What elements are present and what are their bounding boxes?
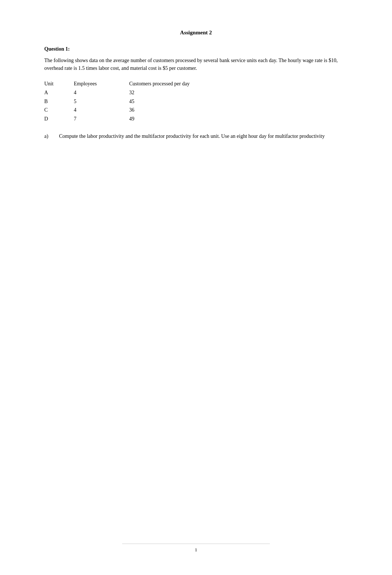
question-heading: Question 1: xyxy=(44,46,348,52)
sub-question-a: a) Compute the labor productivity and th… xyxy=(44,132,348,140)
col-unit-header: Unit xyxy=(44,79,74,88)
table-row: C 4 36 xyxy=(44,106,348,115)
col-employees-header: Employees xyxy=(74,79,129,88)
question-body: The following shows data on the average … xyxy=(44,57,348,72)
page-number: 1 xyxy=(195,547,197,553)
cell-unit-b: B xyxy=(44,97,74,106)
cell-employees-b: 5 xyxy=(74,97,129,106)
table-header-row: Unit Employees Customers processed per d… xyxy=(44,79,348,88)
cell-employees-a: 4 xyxy=(74,88,129,97)
cell-customers-c: 36 xyxy=(129,106,240,115)
cell-customers-b: 45 xyxy=(129,97,240,106)
cell-unit-d: D xyxy=(44,115,74,123)
cell-unit-c: C xyxy=(44,106,74,115)
footer-line xyxy=(122,544,270,544)
cell-unit-a: A xyxy=(44,88,74,97)
page-footer: 1 xyxy=(0,544,392,553)
page-title: Assignment 2 xyxy=(44,30,348,36)
cell-employees-c: 4 xyxy=(74,106,129,115)
sub-content-a: Compute the labor productivity and the m… xyxy=(59,132,348,140)
cell-customers-a: 32 xyxy=(129,88,240,97)
data-table: Unit Employees Customers processed per d… xyxy=(44,79,348,123)
col-customers-header: Customers processed per day xyxy=(129,79,240,88)
table-row: A 4 32 xyxy=(44,88,348,97)
cell-employees-d: 7 xyxy=(74,115,129,123)
sub-label-a: a) xyxy=(44,132,59,140)
page: Assignment 2 Question 1: The following s… xyxy=(0,0,392,575)
cell-customers-d: 49 xyxy=(129,115,240,123)
table-row: D 7 49 xyxy=(44,115,348,123)
table-row: B 5 45 xyxy=(44,97,348,106)
